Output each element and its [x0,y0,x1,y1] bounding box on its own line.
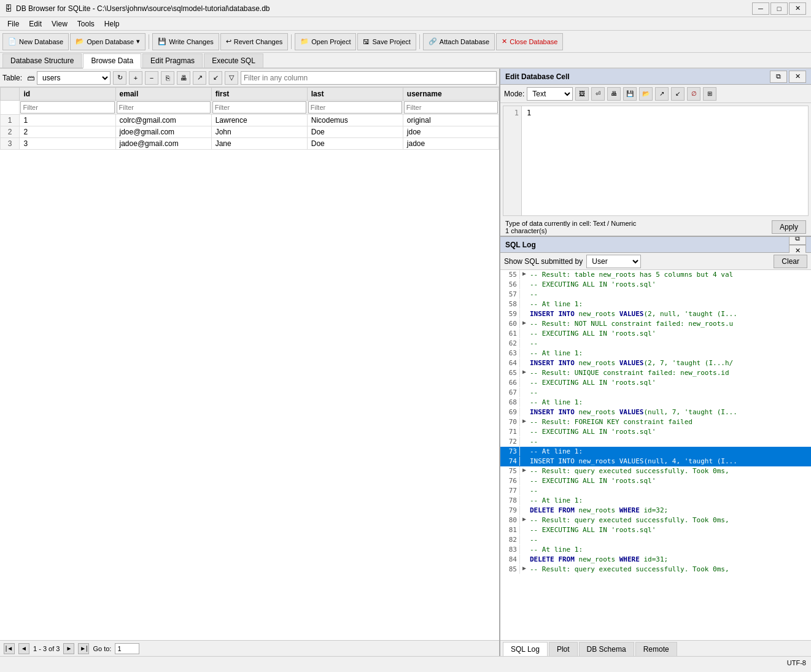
print-button[interactable]: 🖶 [177,71,190,85]
cell-username[interactable]: jdoe [403,126,499,138]
col-header-email[interactable]: email [115,88,211,101]
filter-first-input[interactable] [212,101,306,114]
bottom-tab-remote[interactable]: Remote [635,642,677,656]
log-line-text: -- EXECUTING ALL IN 'roots.sql' [529,476,811,485]
log-collapse-button[interactable]: ▶ [520,565,529,571]
filter-id-cell[interactable] [20,101,115,115]
bottom-tab-plot[interactable]: Plot [549,642,578,656]
submitter-select[interactable]: User Application [586,255,641,268]
nav-last-button[interactable]: ►| [78,643,89,654]
bottom-tab-sql-log[interactable]: SQL Log [503,642,548,656]
duplicate-record-button[interactable]: ⎘ [161,71,174,85]
null-cell-button[interactable]: ∅ [687,87,700,101]
table-row[interactable]: 2 2 jdoe@gmail.com John Doe jdoe [1,126,499,138]
log-collapse-button[interactable]: ▶ [520,319,529,326]
cell-text-value[interactable]: 1 [524,106,808,215]
filter-last-cell[interactable] [307,101,403,115]
nav-next-button[interactable]: ► [63,643,74,654]
col-header-username[interactable]: username [403,88,499,101]
minimize-button[interactable]: ─ [752,2,769,15]
delete-record-button[interactable]: − [145,71,158,85]
log-collapse-button[interactable]: ▶ [520,368,529,375]
menu-file[interactable]: File [2,18,24,29]
log-line: 75▶-- Result: query executed successfull… [500,466,811,476]
sql-log-content[interactable]: 55▶-- Result: table new_roots has 5 colu… [500,270,811,640]
filter-email-cell[interactable] [115,101,211,115]
import-button[interactable]: ↙ [209,71,222,85]
mode-select[interactable]: Text Numeric NULL BLOB Image [527,87,573,101]
log-collapse-button[interactable]: ▶ [520,466,529,473]
cell-first[interactable]: Lawrence [211,115,307,126]
close-database-button[interactable]: ✕ Close Database [496,33,563,50]
word-wrap-button[interactable]: ⏎ [591,87,605,101]
open-database-button[interactable]: 📂 Open Database ▾ [70,33,146,50]
menu-help[interactable]: Help [99,18,125,29]
filter-id-input[interactable] [20,101,114,114]
write-changes-button[interactable]: 💾 Write Changes [152,33,219,50]
image-view-button[interactable]: 🖼 [575,87,589,101]
filter-sort-button[interactable]: ▽ [225,71,238,85]
filter-last-input[interactable] [308,101,402,114]
close-button[interactable]: ✕ [789,2,806,15]
load-cell-button[interactable]: 📂 [639,87,653,101]
tab-browse-data[interactable]: Browse Data [83,53,141,69]
cell-id[interactable]: 1 [20,115,115,126]
export-cell-button[interactable]: ↗ [655,87,669,101]
cell-username[interactable]: original [403,115,499,126]
col-header-last[interactable]: last [307,88,403,101]
cell-first[interactable]: John [211,126,307,138]
sql-log-float-button[interactable]: ⧉ [789,237,806,245]
filter-username-input[interactable] [404,101,498,114]
cell-id[interactable]: 3 [20,138,115,150]
goto-input[interactable] [115,643,139,654]
filter-email-input[interactable] [117,101,211,114]
cell-last[interactable]: Doe [307,138,403,150]
cell-first[interactable]: Jane [211,138,307,150]
attach-database-button[interactable]: 🔗 Attach Database [423,33,495,50]
edit-cell-content[interactable]: 1 1 [503,106,809,216]
bottom-tab-db-schema[interactable]: DB Schema [579,642,634,656]
tab-database-structure[interactable]: Database Structure [2,53,82,68]
copy-hex-button[interactable]: ⊞ [703,87,716,101]
save-cell-button[interactable]: 💾 [623,87,637,101]
log-collapse-button[interactable]: ▶ [520,516,529,522]
refresh-button[interactable]: ↻ [113,71,126,85]
filter-input[interactable] [241,71,497,85]
col-header-id[interactable]: id [20,88,115,101]
open-project-button[interactable]: 📁 Open Project [295,33,356,50]
menu-tools[interactable]: Tools [72,18,99,29]
log-collapse-button[interactable]: ▶ [520,417,529,424]
cell-username[interactable]: jadoe [403,138,499,150]
tab-execute-sql[interactable]: Execute SQL [204,53,263,68]
cell-email[interactable]: colrc@gmail.com [115,115,211,126]
clear-button[interactable]: Clear [774,255,807,268]
log-collapse-button[interactable]: ▶ [520,270,529,277]
filter-first-cell[interactable] [211,101,307,115]
cell-email[interactable]: jadoe@gmail.com [115,138,211,150]
edit-cell-close-button[interactable]: ✕ [789,71,806,83]
col-header-first[interactable]: first [211,88,307,101]
cell-email[interactable]: jdoe@gmail.com [115,126,211,138]
menu-view[interactable]: View [47,18,72,29]
nav-prev-button[interactable]: ◄ [18,643,29,654]
import-cell-button[interactable]: ↙ [671,87,685,101]
cell-last[interactable]: Doe [307,126,403,138]
table-select[interactable]: users [37,71,111,85]
print-cell-button[interactable]: 🖶 [607,87,621,101]
new-record-button[interactable]: + [129,71,142,85]
cell-last[interactable]: Nicodemus [307,115,403,126]
save-project-button[interactable]: 🖫 Save Project [357,33,416,50]
maximize-button[interactable]: □ [770,2,788,15]
nav-first-button[interactable]: |◄ [4,643,15,654]
menu-edit[interactable]: Edit [24,18,47,29]
new-database-button[interactable]: 📄 New Database [2,33,69,50]
edit-cell-float-button[interactable]: ⧉ [770,71,787,83]
table-row[interactable]: 3 3 jadoe@gmail.com Jane Doe jadoe [1,138,499,150]
apply-button[interactable]: Apply [772,220,806,234]
export-button[interactable]: ↗ [193,71,206,85]
table-row[interactable]: 1 1 colrc@gmail.com Lawrence Nicodemus o… [1,115,499,126]
cell-id[interactable]: 2 [20,126,115,138]
filter-username-cell[interactable] [403,101,499,115]
revert-changes-button[interactable]: ↩ Revert Changes [220,33,289,50]
tab-edit-pragmas[interactable]: Edit Pragmas [142,53,203,68]
